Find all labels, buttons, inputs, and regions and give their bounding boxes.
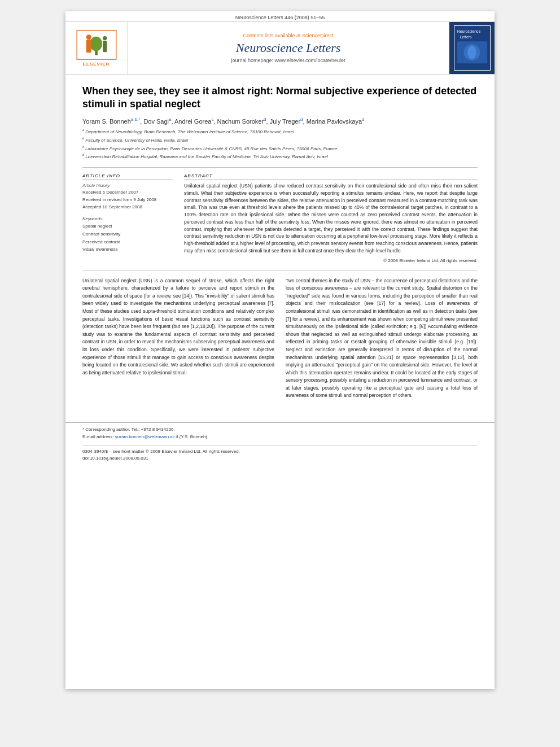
keywords-list: Spatial neglect Contrast sensitivity Per… [82,222,173,253]
journal-cover-section: Neuroscience Letters [449,22,495,74]
keywords-label: Keywords: [82,216,173,221]
svg-text:Letters: Letters [460,35,471,39]
affiliation-b: b Faculty of Science, University of Haif… [82,136,478,144]
svg-point-3 [90,37,102,51]
body-left-col: Unilateral spatial neglect (USN) is a co… [82,277,274,400]
footer-email[interactable]: yoram.bonneh@weizmann.ac.il [115,434,178,439]
elsevier-tree-icon [74,29,119,60]
author-sup-5: d [300,117,303,122]
history-label: Article history: [82,183,173,188]
sciencedirect-label: Contents lists available at ScienceDirec… [243,33,333,38]
article-page: Neuroscience Letters 446 (2008) 51–55 [65,11,495,689]
svg-point-5 [86,34,91,40]
svg-point-13 [467,46,476,59]
abstract-text: Unilateral spatial neglect (USN) patient… [184,182,478,255]
journal-title: Neuroscience Letters [236,41,341,55]
elsevier-label: ELSEVIER [83,62,110,67]
authors-line: Yoram S. Bonneha,b,*, Dov Sagia, Andrei … [82,117,478,125]
author-sup-2: a [169,117,171,122]
info-abstract-section: ARTICLE INFO Article history: Received 6… [82,173,478,263]
keywords-section: Keywords: Spatial neglect Contrast sensi… [82,216,173,253]
divider-2 [82,270,478,270]
journal-ref-text: Neuroscience Letters 446 (2008) 51–55 [235,15,325,20]
journal-banner: ELSEVIER Contents lists available at Sci… [65,21,495,75]
abstract-col: ABSTRACT Unilateral spatial neglect (USN… [184,173,478,263]
affiliation-a: a Department of Neurobiology, Brain Rese… [82,128,478,136]
svg-point-7 [103,36,107,40]
author-sup-6: d [362,117,364,122]
body-section: Unilateral spatial neglect (USN) is a co… [82,277,478,400]
abstract-title: ABSTRACT [184,173,478,180]
author-sup-3: c [211,117,213,122]
svg-rect-4 [86,40,91,53]
elsevier-logo-section: ELSEVIER [65,22,128,74]
footer-issn: 0304-3940/$ – see front matter © 2008 El… [82,448,478,456]
author-sup-4: d [264,117,266,122]
svg-text:Neuroscience: Neuroscience [457,29,480,33]
footer-issn-section: 0304-3940/$ – see front matter © 2008 El… [82,445,478,463]
article-content: When they see, they see it almost right:… [65,75,495,411]
banner-center: Contents lists available at ScienceDirec… [128,22,449,74]
divider-1 [82,167,478,168]
journal-cover-image: Neuroscience Letters [454,25,491,71]
author-sup-1: a,b,* [131,117,140,122]
svg-rect-6 [103,41,107,52]
sciencedirect-link-text[interactable]: ScienceDirect [302,33,334,38]
article-title: When they see, they see it almost right:… [82,85,478,111]
affiliation-c: c Laboratoire Psychologie de la Percepti… [82,145,478,152]
journal-homepage: journal homepage: www.elsevier.com/locat… [231,58,345,63]
footer-notes: * Corresponding author. Tel.: +972 8 943… [65,422,495,468]
copyright-line: © 2008 Elsevier Ireland Ltd. All rights … [184,258,478,263]
article-info-col: ARTICLE INFO Article history: Received 6… [82,173,173,263]
received-date: Received 6 December 2007 Received in rev… [82,189,173,211]
article-info-title: ARTICLE INFO [82,173,173,180]
footer-doi: doi:10.1016/j.neulet.2008.09.031 [82,455,478,462]
affiliation-d: d Loewenstein Rehabilitation Hospital, R… [82,152,478,160]
body-right-col: Two central themes in the study of USN –… [286,277,478,400]
footer-star-note: * Corresponding author. Tel.: +972 8 943… [82,426,478,434]
journal-reference: Neuroscience Letters 446 (2008) 51–55 [65,11,495,21]
footer-email-line: E-mail address: yoram.bonneh@weizmann.ac… [82,434,478,441]
affiliations: a Department of Neurobiology, Brain Rese… [82,128,478,160]
